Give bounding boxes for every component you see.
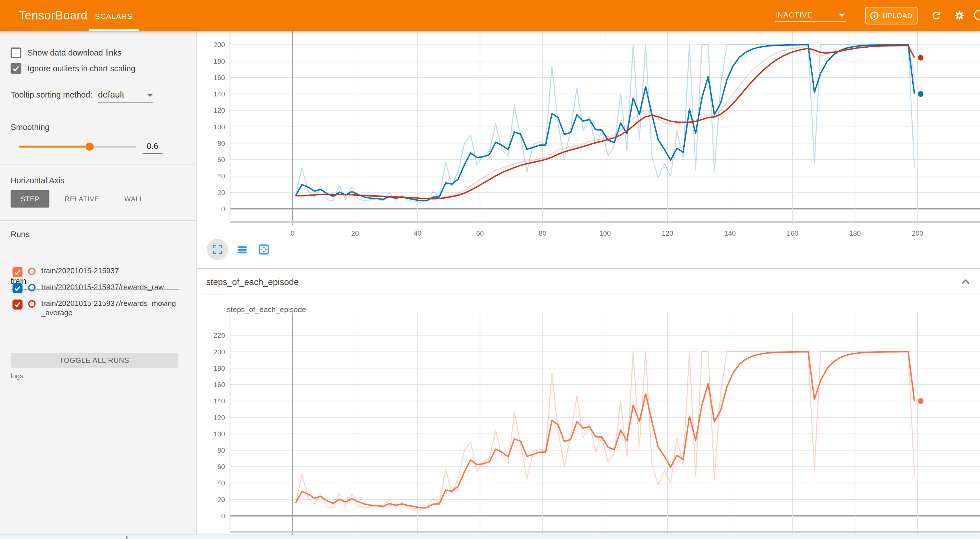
dropdown-underline — [775, 21, 846, 22]
chevron-down-icon — [839, 14, 845, 17]
tag-section-header[interactable]: steps_of_each_episode — [197, 269, 980, 295]
run-label: train/20201015-215937/rewards_moving_ave… — [41, 299, 180, 318]
settings-gear-icon[interactable] — [954, 10, 965, 21]
divider — [0, 220, 197, 221]
run-label: train/20201015-215937/rewards_raw — [41, 283, 180, 292]
axis-step-button[interactable]: STEP — [11, 190, 49, 207]
slider-thumb[interactable] — [86, 143, 94, 151]
app-header: TensorBoard SCALARS INACTIVE UPLOAD — [0, 0, 980, 31]
data-source-value: INACTIVE — [775, 9, 846, 21]
list-icon — [236, 244, 248, 255]
svg-text:200: 200 — [213, 348, 225, 356]
help-icon[interactable] — [974, 9, 980, 21]
smoothing-value-input[interactable]: 0.6 — [143, 141, 162, 154]
fit-to-data-icon — [258, 243, 270, 256]
svg-text:160: 160 — [213, 74, 225, 81]
smoothing-label: Smoothing — [11, 123, 49, 132]
svg-text:80: 80 — [539, 230, 546, 237]
horizontal-axis-label: Horizontal Axis — [11, 175, 65, 185]
svg-text:60: 60 — [217, 156, 225, 164]
chart-toolbar — [207, 237, 272, 262]
run-row[interactable]: train/20201015-215937 — [13, 266, 180, 277]
check-icon — [14, 301, 21, 308]
run-color-radio[interactable] — [28, 284, 36, 292]
check-icon — [14, 268, 21, 276]
run-row[interactable]: train/20201015-215937/rewards_moving_ave… — [13, 299, 180, 318]
svg-text:160: 160 — [213, 381, 225, 389]
tab-active-underline — [89, 29, 138, 31]
tab-scalars[interactable]: SCALARS — [89, 0, 138, 31]
checkbox-checked-icon[interactable] — [11, 63, 21, 74]
info-icon — [870, 11, 878, 20]
svg-text:120: 120 — [662, 230, 673, 237]
svg-text:40: 40 — [217, 172, 225, 180]
svg-text:180: 180 — [213, 365, 225, 372]
svg-text:180: 180 — [849, 230, 861, 237]
ignore-outliers-label: Ignore outliers in chart scaling — [28, 64, 135, 73]
app-title: TensorBoard — [19, 0, 88, 31]
run-checkbox[interactable] — [13, 267, 22, 277]
upload-button-label: UPLOAD — [883, 12, 913, 19]
svg-text:120: 120 — [213, 414, 225, 421]
svg-text:120: 120 — [213, 107, 225, 114]
chevron-down-icon — [147, 94, 153, 97]
divider — [0, 111, 197, 112]
refresh-icon[interactable] — [931, 10, 942, 21]
svg-text:140: 140 — [213, 397, 225, 405]
steps-of-each-episode-chart[interactable]: 020406080100120140160180200220 — [197, 313, 980, 539]
fullscreen-icon — [212, 244, 223, 255]
show-download-links-label: Show data download links — [28, 48, 121, 57]
svg-text:180: 180 — [213, 57, 225, 65]
check-icon — [12, 64, 20, 72]
slider-filled-track[interactable] — [19, 146, 90, 148]
fit-domain-button[interactable] — [256, 241, 272, 258]
svg-text:80: 80 — [217, 140, 225, 147]
svg-text:220: 220 — [213, 332, 225, 339]
rewards-chart[interactable]: 0204060801001201401601802000204060801001… — [197, 31, 980, 247]
svg-text:40: 40 — [217, 479, 225, 487]
main-content: 0204060801001201401601802000204060801001… — [197, 31, 980, 539]
toggle-all-runs-button[interactable]: TOGGLE ALL RUNS — [11, 352, 178, 368]
scroll-tick — [126, 536, 127, 539]
show-download-links-checkbox[interactable]: Show data download links — [11, 48, 121, 58]
svg-text:200: 200 — [912, 230, 923, 237]
slider-empty-track[interactable] — [91, 146, 136, 148]
upload-button[interactable]: UPLOAD — [865, 7, 918, 24]
check-icon — [14, 284, 21, 292]
expand-chart-button[interactable] — [207, 239, 228, 260]
svg-text:140: 140 — [724, 230, 736, 237]
data-table-button[interactable] — [234, 241, 250, 258]
divider — [0, 164, 197, 164]
svg-text:80: 80 — [217, 447, 225, 454]
run-checkbox[interactable] — [13, 300, 22, 309]
ignore-outliers-checkbox[interactable]: Ignore outliers in chart scaling — [11, 63, 135, 74]
data-source-dropdown[interactable]: INACTIVE — [775, 9, 846, 22]
svg-text:60: 60 — [476, 230, 484, 237]
svg-text:20: 20 — [217, 496, 225, 504]
svg-text:100: 100 — [213, 430, 225, 438]
bottom-scroll-strip[interactable] — [0, 535, 980, 539]
svg-text:160: 160 — [787, 230, 798, 237]
svg-text:60: 60 — [217, 463, 225, 470]
svg-text:0: 0 — [221, 205, 225, 213]
run-color-radio[interactable] — [28, 300, 36, 308]
settings-sidebar: Show data download links Ignore outliers… — [0, 31, 197, 535]
tooltip-sorting-dropdown[interactable]: default — [98, 89, 153, 103]
logdir-label: logs — [11, 372, 23, 380]
runs-label: Runs — [11, 230, 30, 239]
checkbox-unchecked-icon[interactable] — [11, 48, 21, 58]
tensorboard-app: TensorBoard SCALARS INACTIVE UPLOAD — [0, 0, 980, 539]
svg-text:40: 40 — [414, 230, 421, 237]
svg-text:20: 20 — [217, 189, 225, 196]
svg-text:100: 100 — [599, 230, 611, 237]
tooltip-sorting-label: Tooltip sorting method: — [11, 90, 92, 99]
axis-relative-button[interactable]: RELATIVE — [56, 190, 108, 207]
run-row[interactable]: train/20201015-215937/rewards_raw — [13, 283, 180, 293]
run-checkbox[interactable] — [13, 283, 22, 293]
tooltip-sorting-value: default — [98, 89, 124, 99]
svg-text:100: 100 — [213, 123, 225, 131]
chevron-up-icon[interactable] — [960, 276, 971, 287]
axis-wall-button[interactable]: WALL — [116, 190, 153, 207]
run-color-radio[interactable] — [28, 268, 36, 275]
svg-text:20: 20 — [351, 230, 359, 237]
